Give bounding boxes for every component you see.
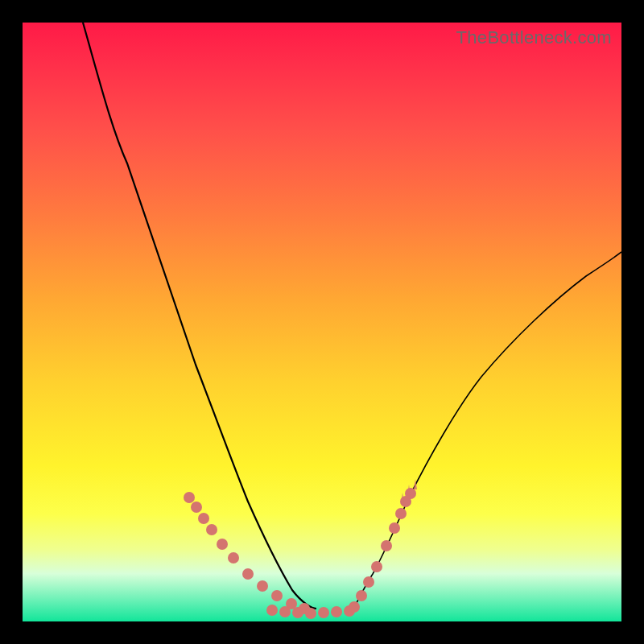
svg-point-1 — [191, 502, 202, 513]
svg-point-2 — [198, 513, 209, 524]
svg-point-20 — [363, 576, 374, 588]
right-dot-cluster — [349, 488, 416, 613]
left-dot-cluster — [184, 492, 310, 614]
svg-point-11 — [266, 605, 278, 616]
bottleneck-curve — [23, 23, 621, 621]
svg-point-7 — [257, 580, 268, 592]
svg-point-18 — [349, 601, 360, 613]
svg-point-16 — [331, 606, 342, 617]
svg-point-22 — [381, 540, 392, 551]
svg-point-14 — [305, 608, 316, 619]
svg-point-19 — [356, 590, 367, 601]
chart-frame: TheBottleneck.com — [23, 23, 621, 621]
svg-point-8 — [271, 590, 283, 601]
svg-point-23 — [389, 522, 400, 534]
svg-point-24 — [395, 508, 407, 519]
curve-right-branch — [353, 252, 621, 610]
svg-point-0 — [184, 492, 195, 503]
svg-point-21 — [371, 561, 382, 572]
svg-point-15 — [318, 607, 329, 618]
svg-point-3 — [206, 524, 217, 535]
svg-point-4 — [217, 539, 228, 550]
svg-point-5 — [228, 552, 239, 564]
svg-point-6 — [242, 568, 254, 580]
svg-point-13 — [292, 607, 303, 618]
svg-point-26 — [405, 488, 416, 499]
svg-point-12 — [279, 606, 291, 617]
